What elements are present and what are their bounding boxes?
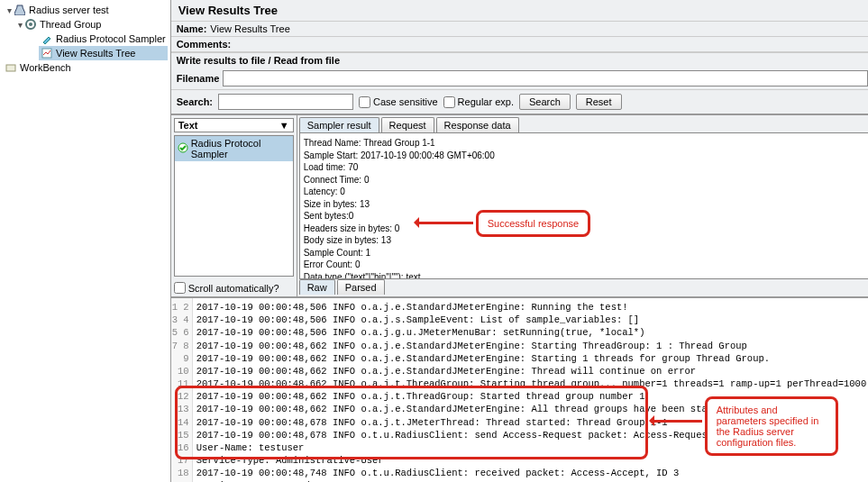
arrow-icon xyxy=(653,420,702,423)
tree-node-testplan[interactable]: ▾ Radius server test xyxy=(3,3,168,17)
write-results-label: Write results to file / Read from file xyxy=(171,52,868,68)
tab-response-data[interactable]: Response data xyxy=(436,117,519,132)
filename-input[interactable] xyxy=(223,70,868,86)
chevron-down-icon: ▼ xyxy=(279,120,289,131)
comments-label: Comments: xyxy=(177,39,232,50)
tree-node-sampler[interactable]: Radius Protocol Sampler xyxy=(39,32,168,46)
svg-point-1 xyxy=(29,23,32,26)
annotation-attributes: Attributes and parameters specified in t… xyxy=(705,396,838,456)
result-line: Sample Start: 2017-10-19 00:00:48 GMT+06… xyxy=(304,150,868,162)
search-label: Search: xyxy=(177,96,213,107)
name-value: View Results Tree xyxy=(210,23,868,34)
sampler-list[interactable]: Radius Protocol Sampler xyxy=(174,135,294,277)
tab-raw[interactable]: Raw xyxy=(299,279,335,295)
tree-label: WorkBench xyxy=(20,62,71,73)
renderer-dropdown[interactable]: Text ▼ xyxy=(174,118,294,132)
scroll-auto-label: Scroll automatically? xyxy=(188,283,279,294)
success-icon xyxy=(178,142,188,155)
filename-label: Filename xyxy=(177,73,220,84)
tab-request[interactable]: Request xyxy=(381,117,434,132)
name-label: Name: xyxy=(177,23,207,34)
expand-icon[interactable]: ▾ xyxy=(5,5,14,15)
result-body[interactable]: Thread Name: Thread Group 1-1 Sample Sta… xyxy=(299,132,868,279)
tree-label: Radius Protocol Sampler xyxy=(56,33,166,44)
dropper-icon xyxy=(41,32,53,45)
search-input[interactable] xyxy=(218,94,353,110)
sampler-item-label: Radius Protocol Sampler xyxy=(191,138,290,159)
gear-icon xyxy=(24,18,37,31)
result-line: Error Count: 0 xyxy=(304,259,868,271)
test-plan-tree[interactable]: ▾ Radius server test ▾ Thread Group Radi… xyxy=(0,0,171,482)
tree-label: Thread Group xyxy=(40,19,101,30)
result-line: Load time: 70 xyxy=(304,161,868,174)
tab-sampler-result[interactable]: Sampler result xyxy=(299,117,379,132)
scroll-auto-checkbox[interactable] xyxy=(174,282,186,294)
tree-node-view-results[interactable]: View Results Tree xyxy=(39,46,168,60)
tab-parsed[interactable]: Parsed xyxy=(337,279,385,295)
result-line: Sample Count: 1 xyxy=(304,247,868,259)
tree-label: View Results Tree xyxy=(56,48,135,59)
tree-node-threadgroup[interactable]: ▾ Thread Group xyxy=(14,17,168,32)
beaker-icon xyxy=(14,4,26,16)
arrow-icon xyxy=(417,222,473,224)
search-button[interactable]: Search xyxy=(519,94,571,110)
workbench-icon xyxy=(5,61,17,74)
result-line: Connect Time: 0 xyxy=(304,174,868,186)
case-sensitive-checkbox[interactable]: Case sensitive xyxy=(359,96,438,108)
checkbox-icon[interactable] xyxy=(443,96,455,108)
annotation-successful-response: Successful response xyxy=(476,210,591,237)
checkbox-icon[interactable] xyxy=(359,96,370,108)
tree-label: Radius server test xyxy=(29,5,109,15)
result-line: Thread Name: Thread Group 1-1 xyxy=(304,137,868,150)
reset-button[interactable]: Reset xyxy=(576,94,622,110)
result-line: Size in bytes: 13 xyxy=(304,198,868,211)
result-line: Data type ("text"|"bin"|""): text xyxy=(304,271,868,280)
expand-icon[interactable]: ▾ xyxy=(15,20,24,30)
list-item[interactable]: Radius Protocol Sampler xyxy=(175,136,293,161)
result-line: Latency: 0 xyxy=(304,186,868,198)
tree-node-workbench[interactable]: WorkBench xyxy=(3,60,168,75)
svg-rect-3 xyxy=(6,65,15,71)
panel-title: View Results Tree xyxy=(171,0,868,22)
scope-icon xyxy=(41,47,53,59)
regex-checkbox[interactable]: Regular exp. xyxy=(443,96,514,108)
